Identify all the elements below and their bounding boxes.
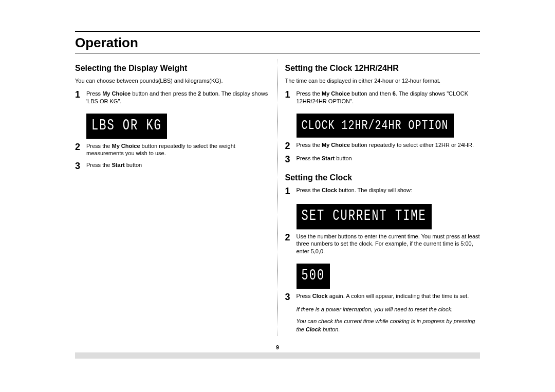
right-a-step-2: 2 Press the My Choice button repeatedly … (285, 141, 480, 151)
step-number: 3 (285, 292, 297, 302)
page-number: 9 (75, 345, 480, 350)
note: You can check the current time while coo… (297, 318, 480, 333)
right-intro-a: The time can be displayed in either 24-h… (285, 77, 480, 85)
step-number: 2 (75, 142, 86, 152)
step-text: Press the My Choice button repeatedly to… (297, 141, 480, 149)
right-a-step-3: 3 Press the Start button (285, 155, 480, 164)
lcd-display: CLOCK 12HR/24HR OPTION (297, 114, 454, 138)
right-a-step-1: 1 Press the My Choice button and then 6.… (285, 90, 480, 105)
left-step-3: 3 Press the Start button (75, 161, 270, 171)
lcd-display: 500 (297, 264, 330, 289)
step-text: Press the My Choice button and then 6. T… (297, 90, 480, 105)
step-number: 2 (285, 233, 297, 242)
step-text: Press the Start button (297, 155, 480, 162)
footer-bar (75, 352, 480, 359)
right-column: Setting the Clock 12HR/24HR The time can… (278, 60, 480, 335)
step-text: Press the My Choice button repeatedly to… (86, 142, 270, 158)
title-underline (75, 53, 480, 53)
top-rule (75, 31, 480, 32)
right-b-step-3: 3 Press Clock again. A colon will appear… (285, 292, 480, 302)
step-number: 2 (285, 141, 297, 151)
right-heading-a: Setting the Clock 12HR/24HR (285, 64, 480, 73)
right-b-step-1: 1 Press the Clock button. The display wi… (285, 186, 480, 196)
lcd-display: SET CURRENT TIME (297, 204, 432, 229)
step-number: 3 (75, 161, 86, 171)
page-title: Operation (75, 35, 480, 51)
step-number: 3 (285, 155, 297, 164)
manual-page: Operation Selecting the Display Weight Y… (75, 31, 480, 350)
left-step-2: 2 Press the My Choice button repeatedly … (75, 142, 270, 158)
left-step-1: 1 Press My Choice button and then press … (75, 90, 270, 105)
left-column: Selecting the Display Weight You can cho… (75, 60, 278, 335)
step-text: Use the number buttons to enter the curr… (297, 233, 480, 256)
step-number: 1 (285, 90, 297, 99)
step-number: 1 (75, 90, 86, 99)
step-text: Press the Clock button. The display will… (297, 186, 480, 194)
right-heading-b: Setting the Clock (285, 173, 480, 182)
columns: Selecting the Display Weight You can cho… (75, 60, 480, 335)
step-text: Press the Start button (86, 161, 270, 169)
note: If there is a power interruption, you wi… (297, 306, 480, 313)
step-text: Press My Choice button and then press th… (86, 90, 270, 105)
lcd-display: LBS OR KG (86, 114, 167, 139)
step-number: 1 (285, 186, 297, 196)
left-intro: You can choose between pounds(LBS) and k… (75, 77, 270, 85)
step-text: Press Clock again. A colon will appear, … (297, 292, 480, 300)
right-b-step-2: 2 Use the number buttons to enter the cu… (285, 233, 480, 256)
left-heading: Selecting the Display Weight (75, 64, 270, 73)
